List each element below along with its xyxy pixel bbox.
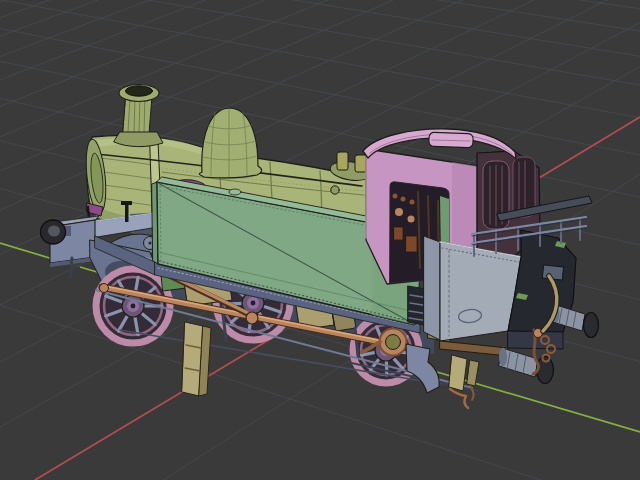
- washout-plug: [331, 186, 339, 194]
- tank-filler: [229, 189, 241, 195]
- cylinder-cap-dot: [148, 241, 151, 244]
- chimney-base-flare: [114, 132, 163, 147]
- rod-boss-front: [100, 284, 109, 293]
- crank-pin-middle: [246, 312, 258, 324]
- front-buffer-center: [48, 226, 60, 237]
- front-coupling-hook: [70, 258, 72, 277]
- viewport-window[interactable]: [0, 0, 640, 480]
- lamp-iron-top: [121, 201, 132, 205]
- bunker-front-edge: [424, 236, 440, 340]
- chimney-opening: [126, 86, 153, 96]
- lamp-iron: [125, 203, 129, 222]
- return-crank-center: [386, 335, 401, 350]
- viewport-canvas[interactable]: [0, 0, 640, 480]
